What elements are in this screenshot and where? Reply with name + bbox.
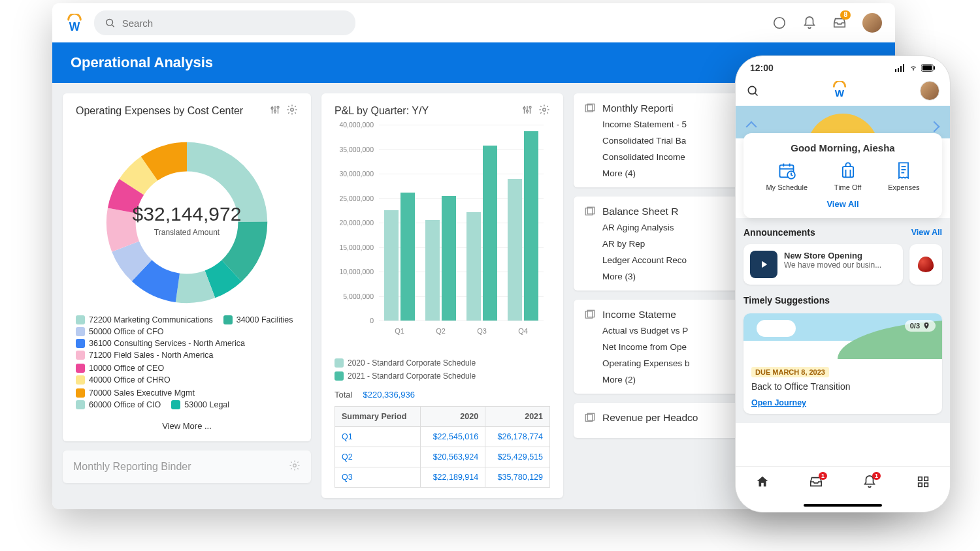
svg-rect-40	[903, 64, 904, 72]
svg-point-1	[106, 19, 113, 25]
bell-badge: 1	[872, 472, 881, 480]
bar[interactable]	[524, 131, 538, 321]
mobile-device: 12:00 W Good Morning, Aiesha My Schedule	[735, 55, 951, 512]
search-icon[interactable]	[746, 84, 759, 97]
svg-point-21	[293, 464, 297, 467]
heart-icon	[918, 257, 934, 272]
legend-item[interactable]: 10000 Office of CEO	[76, 364, 164, 373]
workday-logo[interactable]: W	[65, 14, 84, 32]
th-2021: 2021	[485, 407, 550, 427]
tab-bell[interactable]: 1	[862, 475, 877, 492]
svg-point-7	[271, 107, 273, 109]
svg-point-59	[926, 324, 928, 326]
mobile-greeting-card: Good Morning, Aiesha My Schedule Time Of…	[743, 133, 942, 218]
tab-inbox[interactable]: 1	[809, 475, 823, 492]
th-2020: 2020	[421, 407, 485, 427]
section-title: Balance Sheet R	[602, 206, 678, 217]
section-title: Income Stateme	[602, 309, 676, 321]
svg-text:W: W	[69, 20, 80, 32]
search-icon	[105, 17, 116, 29]
svg-text:W: W	[835, 87, 845, 98]
legend-item[interactable]: 53000 Legal	[171, 400, 229, 409]
svg-rect-37	[895, 69, 896, 72]
svg-rect-61	[924, 477, 928, 481]
gear-icon[interactable]	[538, 104, 550, 118]
shortcut-expenses[interactable]: Expenses	[888, 161, 919, 191]
inbox-icon[interactable]: 8	[832, 16, 847, 30]
svg-rect-43	[934, 66, 935, 70]
bar[interactable]	[442, 196, 456, 321]
bar[interactable]	[425, 220, 440, 321]
suitcase-icon	[839, 161, 857, 180]
announcement-card[interactable]	[909, 244, 942, 285]
bar[interactable]	[466, 212, 481, 321]
svg-point-9	[277, 106, 279, 108]
chat-icon[interactable]	[772, 16, 787, 30]
workday-logo[interactable]: W	[831, 81, 848, 101]
svg-marker-58	[762, 261, 767, 268]
svg-rect-62	[919, 483, 923, 487]
svg-line-45	[755, 93, 758, 96]
announcement-card[interactable]: New Store Opening We have moved our busi…	[743, 244, 903, 285]
location-icon	[923, 322, 930, 330]
battery-icon	[921, 64, 936, 72]
mobile-time: 12:00	[750, 63, 774, 73]
pl-title: P&L by Quarter: Y/Y	[335, 105, 429, 117]
legend-2021: 2021 - Standard Corporate Schedule	[348, 371, 476, 381]
table-row[interactable]: Q1$22,545,016$26,178,774	[335, 427, 550, 447]
legend-item[interactable]: 70000 Sales Executive Mgmt	[76, 388, 195, 398]
legend-item[interactable]: 34000 Facilities	[223, 315, 293, 324]
tab-apps[interactable]	[916, 475, 930, 492]
table-row[interactable]: Q3$22,189,914$35,780,129	[335, 467, 550, 488]
timely-heading: Timely Suggestions	[743, 295, 830, 306]
bar[interactable]	[400, 193, 415, 321]
legend-item[interactable]: 60000 Office of CIO	[76, 400, 161, 409]
play-icon	[750, 251, 777, 278]
svg-point-27	[529, 106, 531, 108]
open-journey-link[interactable]: Open Journey	[751, 398, 934, 407]
signal-icon	[895, 64, 906, 72]
tab-home[interactable]	[755, 475, 770, 492]
svg-rect-39	[900, 66, 902, 72]
th-period: Summary Period	[335, 407, 421, 427]
legend-item[interactable]: 36100 Consulting Services - North Americ…	[76, 339, 245, 348]
mobile-greeting: Good Morning, Aiesha	[753, 142, 933, 153]
gear-icon[interactable]	[286, 104, 298, 118]
legend-item[interactable]: 72200 Marketing Communications	[76, 315, 213, 324]
topbar: W 8	[52, 3, 895, 42]
total-label: Total	[335, 390, 352, 400]
search-box[interactable]	[94, 10, 355, 35]
suggestion-card[interactable]: 0/3 DUE MARCH 8, 2023 Back to Office Tra…	[743, 313, 942, 414]
avatar[interactable]	[862, 13, 882, 33]
svg-rect-52	[842, 166, 853, 177]
suggestion-title: Back to Office Transition	[751, 381, 934, 392]
legend-item[interactable]: 50000 Office of CFO	[76, 327, 163, 336]
avatar[interactable]	[920, 81, 939, 101]
total-value[interactable]: $220,336,936	[363, 390, 415, 400]
bar[interactable]	[483, 146, 497, 321]
legend-item[interactable]: 40000 Office of CHRO	[76, 375, 171, 385]
table-row[interactable]: Q2$20,563,924$25,429,515	[335, 447, 550, 467]
view-all-link[interactable]: View All	[911, 228, 942, 237]
view-more-link[interactable]: View More ...	[76, 421, 298, 431]
bar[interactable]	[508, 179, 522, 321]
legend-2020: 2020 - Standard Corporate Schedule	[348, 358, 476, 368]
section-title: Revenue per Headco	[602, 412, 698, 424]
gear-icon[interactable]	[289, 460, 301, 474]
shortcut-time-off[interactable]: Time Off	[834, 161, 862, 191]
announcement-title: New Store Opening	[784, 251, 881, 260]
inbox-badge: 8	[840, 10, 851, 20]
announcements-heading: Announcements	[743, 227, 815, 238]
sliders-icon[interactable]	[521, 104, 533, 118]
legend-item[interactable]: 71200 Field Sales - North America	[76, 351, 213, 360]
inbox-badge: 1	[819, 472, 827, 480]
sliders-icon[interactable]	[269, 104, 281, 118]
view-all-link[interactable]: View All	[753, 199, 933, 209]
bell-icon[interactable]	[802, 16, 817, 30]
svg-point-44	[748, 86, 756, 94]
svg-point-25	[523, 107, 525, 109]
shortcut-my-schedule[interactable]: My Schedule	[766, 161, 808, 191]
search-input[interactable]	[122, 18, 345, 29]
svg-rect-42	[923, 65, 932, 70]
bar[interactable]	[384, 210, 399, 321]
